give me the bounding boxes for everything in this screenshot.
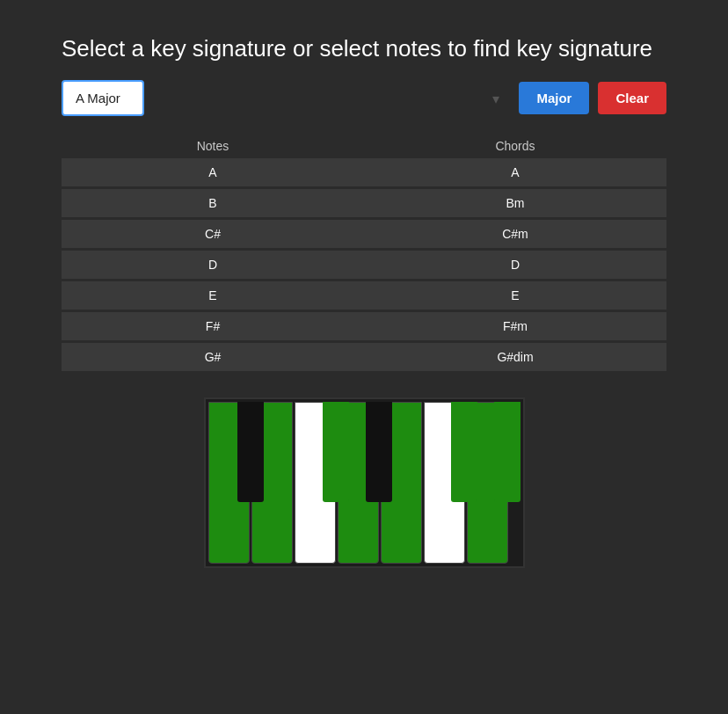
black-key-Ds[interactable] — [366, 402, 392, 502]
note-fs: F# — [62, 319, 364, 333]
note-d: D — [62, 258, 364, 272]
header-chords: Chords — [364, 139, 666, 153]
table-row: C# C#m — [62, 220, 666, 248]
table-row: F# F#m — [62, 312, 666, 340]
black-key-As[interactable] — [237, 402, 264, 502]
clear-button[interactable]: Clear — [598, 82, 666, 114]
note-b: B — [62, 196, 364, 210]
key-select[interactable]: A Major B Major C Major D Major E Major … — [62, 80, 144, 116]
key-select-wrapper: A Major B Major C Major D Major E Major … — [62, 80, 510, 116]
chord-bm: Bm — [364, 196, 666, 210]
major-button[interactable]: Major — [519, 82, 589, 114]
controls-row: A Major B Major C Major D Major E Major … — [62, 80, 666, 116]
table-header: Notes Chords — [62, 134, 666, 158]
chord-d: D — [364, 258, 666, 272]
black-key-Fs[interactable] — [451, 402, 477, 502]
chord-csm: C#m — [364, 227, 666, 241]
page-title: Select a key signature or select notes t… — [62, 35, 666, 62]
table-row: D D — [62, 251, 666, 279]
black-key-Cs[interactable] — [323, 402, 349, 502]
note-gs: G# — [62, 350, 364, 364]
chord-fsm: F#m — [364, 319, 666, 333]
note-cs: C# — [62, 227, 364, 241]
table-row: B Bm — [62, 189, 666, 217]
header-notes: Notes — [62, 139, 364, 153]
chord-gsdim: G#dim — [364, 350, 666, 364]
note-a: A — [62, 165, 364, 179]
note-e: E — [62, 288, 364, 302]
chord-a: A — [364, 165, 666, 179]
notes-chords-table: Notes Chords A A B Bm C# C#m D D E E F# … — [62, 134, 666, 371]
table-row: E E — [62, 281, 666, 310]
chord-e: E — [364, 288, 666, 302]
black-key-Gs[interactable] — [494, 402, 521, 502]
piano — [204, 397, 525, 568]
table-row: A A — [62, 158, 666, 186]
table-row: G# G#dim — [62, 343, 666, 371]
piano-container — [62, 397, 666, 568]
